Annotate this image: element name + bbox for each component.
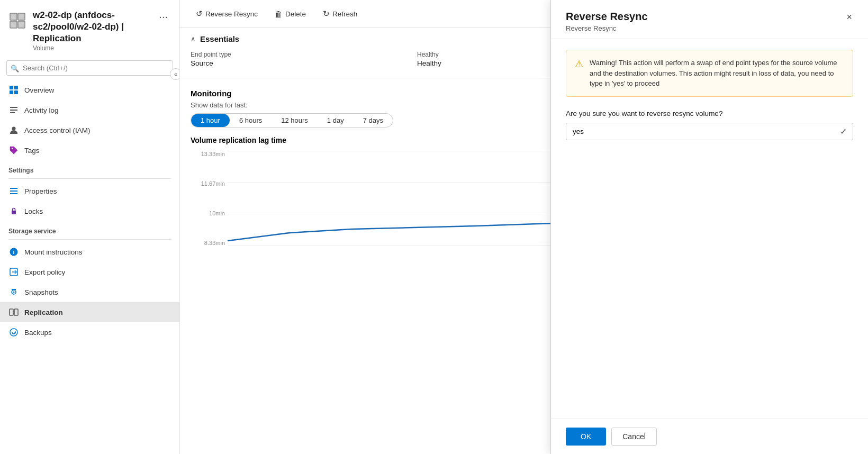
- reverse-resync-button[interactable]: ↺ Reverse Resync: [188, 5, 265, 22]
- refresh-button[interactable]: ↻ Refresh: [315, 5, 365, 22]
- warning-box: ⚠ Warning! This action will perform a sw…: [566, 50, 853, 97]
- nav-mount-instructions-label: Mount instructions: [24, 248, 83, 256]
- svg-rect-2: [10, 21, 17, 28]
- nav-activity-log[interactable]: Activity log: [0, 100, 179, 120]
- y-label-2: 10min: [191, 210, 225, 216]
- nav-export-policy[interactable]: Export policy: [0, 262, 179, 282]
- nav-access-control-label: Access control (IAM): [24, 126, 91, 134]
- time-1hour[interactable]: 1 hour: [191, 114, 230, 127]
- tags-icon: [8, 145, 19, 156]
- essentials-chevron: ∧: [191, 35, 196, 43]
- nav-activity-log-label: Activity log: [24, 106, 59, 114]
- nav-snapshots[interactable]: Snapshots: [0, 282, 179, 302]
- time-7days[interactable]: 7 days: [354, 114, 393, 127]
- svg-rect-16: [12, 211, 16, 214]
- settings-section-header: Settings: [0, 160, 179, 176]
- page-subtitle: Volume: [33, 44, 149, 52]
- cancel-button[interactable]: Cancel: [611, 428, 657, 446]
- time-selector: 1 hour 6 hours 12 hours 1 day 7 days: [191, 113, 393, 128]
- export-policy-icon: [8, 267, 19, 277]
- delete-icon: 🗑: [275, 10, 283, 19]
- svg-rect-5: [14, 86, 18, 89]
- panel-close-button[interactable]: ×: [843, 11, 855, 24]
- svg-rect-1: [18, 13, 25, 20]
- more-button[interactable]: ···: [156, 10, 171, 24]
- svg-rect-6: [10, 90, 13, 94]
- svg-rect-15: [10, 193, 17, 194]
- svg-rect-9: [10, 110, 17, 111]
- essentials-endpoint-type: End point type Source: [191, 51, 404, 67]
- search-input[interactable]: [6, 60, 173, 76]
- svg-point-21: [13, 292, 15, 293]
- properties-icon: [8, 186, 19, 196]
- collapse-button[interactable]: «: [170, 68, 180, 80]
- storage-divider: [8, 239, 171, 240]
- header-text: w2-02-dp (anfdocs-sc2/pool0/w2-02-dp) | …: [33, 10, 149, 52]
- svg-rect-23: [14, 309, 18, 315]
- y-label-3: 8.33min: [191, 240, 225, 246]
- y-label-1: 11.67min: [191, 180, 225, 187]
- chart-y-axis: 13.33min 11.67min 10min 8.33min: [191, 151, 225, 246]
- overview-icon: [8, 85, 19, 95]
- nav-properties[interactable]: Properties: [0, 181, 179, 201]
- svg-rect-14: [10, 190, 17, 192]
- svg-point-11: [12, 127, 16, 131]
- svg-rect-10: [10, 112, 15, 113]
- panel-title: Reverse Resync: [566, 11, 843, 23]
- svg-text:i: i: [13, 249, 14, 255]
- nav-replication-label: Replication: [24, 308, 63, 316]
- nav-overview-label: Overview: [24, 86, 54, 94]
- confirm-question: Are you sure you want to reverse resync …: [566, 110, 853, 117]
- svg-rect-7: [14, 90, 18, 94]
- checkmark-icon: ✓: [840, 126, 847, 137]
- page-icon: [8, 11, 26, 31]
- panel-header: Reverse Resync Reverse Resync ×: [551, 0, 868, 39]
- confirm-input-wrap: ✓: [566, 123, 853, 140]
- time-1day[interactable]: 1 day: [318, 114, 354, 127]
- panel-footer: OK Cancel: [551, 419, 868, 454]
- svg-point-12: [12, 148, 13, 149]
- nav-overview[interactable]: Overview: [0, 80, 179, 100]
- snapshots-icon: [8, 287, 19, 297]
- page-header: w2-02-dp (anfdocs-sc2/pool0/w2-02-dp) | …: [0, 0, 179, 56]
- panel-body: ⚠ Warning! This action will perform a sw…: [551, 39, 868, 419]
- nav-replication[interactable]: Replication: [0, 302, 179, 322]
- svg-rect-3: [18, 21, 25, 28]
- refresh-icon: ↻: [323, 9, 330, 19]
- warning-icon: ⚠: [575, 58, 583, 89]
- warning-text: Warning! This action will perform a swap…: [590, 58, 844, 89]
- svg-rect-8: [10, 107, 17, 108]
- activity-log-icon: [8, 105, 19, 115]
- essentials-title: Essentials: [200, 34, 239, 43]
- page-title: w2-02-dp (anfdocs-sc2/pool0/w2-02-dp) | …: [33, 10, 149, 44]
- replication-icon: [8, 307, 19, 317]
- access-control-icon: [8, 125, 19, 135]
- reverse-resync-icon: ↺: [196, 9, 203, 19]
- nav-access-control[interactable]: Access control (IAM): [0, 120, 179, 140]
- panel-subtitle: Reverse Resync: [566, 24, 843, 32]
- sidebar: w2-02-dp (anfdocs-sc2/pool0/w2-02-dp) | …: [0, 0, 180, 454]
- nav-properties-label: Properties: [24, 187, 57, 195]
- time-12hours[interactable]: 12 hours: [272, 114, 318, 127]
- nav-locks-label: Locks: [24, 207, 43, 215]
- svg-rect-0: [10, 13, 17, 20]
- time-6hours[interactable]: 6 hours: [230, 114, 272, 127]
- panel-title-group: Reverse Resync Reverse Resync: [566, 11, 843, 32]
- confirm-input[interactable]: [566, 123, 853, 140]
- svg-rect-22: [10, 309, 13, 315]
- nav-locks[interactable]: Locks: [0, 201, 179, 221]
- svg-rect-4: [10, 86, 13, 89]
- settings-divider: [8, 178, 171, 179]
- ok-button[interactable]: OK: [566, 428, 606, 446]
- backups-icon: [8, 327, 19, 338]
- mount-instructions-icon: i: [8, 247, 19, 257]
- nav-backups[interactable]: Backups: [0, 322, 179, 342]
- right-panel: Reverse Resync Reverse Resync × ⚠ Warnin…: [550, 0, 868, 454]
- nav-mount-instructions[interactable]: i Mount instructions: [0, 242, 179, 262]
- search-box: 🔍 «: [6, 60, 173, 76]
- nav-tags-label: Tags: [24, 147, 40, 155]
- nav-tags[interactable]: Tags: [0, 140, 179, 160]
- storage-section-header: Storage service: [0, 221, 179, 237]
- locks-icon: [8, 206, 19, 216]
- delete-button[interactable]: 🗑 Delete: [267, 6, 313, 22]
